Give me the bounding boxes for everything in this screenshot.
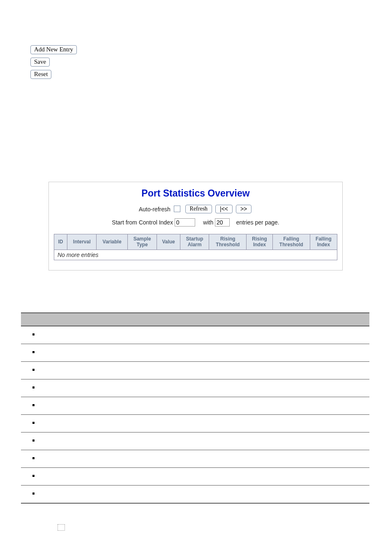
auto-refresh-checkbox[interactable] (174, 206, 180, 212)
param-bullet-cell (21, 414, 113, 432)
param-row (21, 467, 369, 485)
entries-per-page-input[interactable] (215, 218, 230, 227)
bullet-icon (32, 404, 35, 406)
param-row (21, 450, 369, 467)
param-row (21, 414, 369, 432)
col-falling-index: FallingIndex (310, 234, 337, 250)
save-button[interactable]: Save (30, 58, 50, 67)
param-row (21, 485, 369, 503)
controls-row-1: Auto-refresh Refresh |<< >> (54, 205, 337, 213)
bullet-icon (32, 333, 35, 335)
param-bullet-cell (21, 432, 113, 450)
param-desc-cell (113, 379, 369, 397)
param-row (21, 361, 369, 379)
param-bullet-cell (21, 485, 113, 503)
param-col-header-right (113, 313, 369, 326)
port-statistics-overview-panel: Port Statistics Overview Auto-refresh Re… (48, 182, 343, 271)
no-more-entries: No more entries (54, 250, 337, 260)
bullet-icon (32, 369, 35, 371)
param-desc-cell (113, 414, 369, 432)
col-rising-threshold: RisingThreshold (209, 234, 247, 250)
bullet-icon (32, 493, 35, 495)
bullet-icon (32, 475, 35, 477)
param-desc-cell (113, 467, 369, 485)
bullet-icon (32, 386, 35, 388)
param-bullet-cell (21, 467, 113, 485)
panel-title: Port Statistics Overview (54, 188, 337, 199)
param-desc-cell (113, 450, 369, 467)
bullet-icon (32, 457, 35, 459)
bullet-icon (32, 351, 35, 353)
col-id: ID (54, 234, 67, 250)
param-desc-cell (113, 361, 369, 379)
param-desc-cell (113, 397, 369, 414)
param-row (21, 379, 369, 397)
param-row (21, 344, 369, 361)
start-from-input[interactable] (175, 218, 195, 227)
bullet-icon (32, 422, 35, 424)
param-desc-cell (113, 485, 369, 503)
bullet-icon (32, 439, 35, 442)
param-bullet-cell (21, 326, 113, 344)
start-from-label: Start from Control Index (112, 219, 173, 226)
overview-table-header-row: ID Interval Variable SampleType Value St… (54, 234, 337, 250)
controls-row-2: Start from Control Index with entries pe… (54, 218, 337, 227)
checkbox-icon (58, 524, 65, 531)
param-desc-cell (113, 344, 369, 361)
overview-table: ID Interval Variable SampleType Value St… (54, 234, 337, 260)
entries-suffix: entries per page. (236, 219, 279, 226)
refresh-button[interactable]: Refresh (185, 205, 212, 213)
with-label: with (203, 219, 213, 226)
param-bullet-cell (21, 344, 113, 361)
param-bullet-cell (21, 450, 113, 467)
first-page-button[interactable]: |<< (215, 205, 233, 213)
param-col-header-left (21, 313, 113, 326)
param-bullet-cell (21, 397, 113, 414)
col-sample-type: SampleType (127, 234, 157, 250)
param-bullet-cell (21, 379, 113, 397)
col-value: Value (157, 234, 180, 250)
col-interval: Interval (67, 234, 97, 250)
reset-button[interactable]: Reset (30, 70, 51, 79)
auto-refresh-label: Auto-refresh (139, 206, 171, 213)
next-page-button[interactable]: >> (236, 205, 251, 213)
col-rising-index: RisingIndex (247, 234, 273, 250)
add-new-entry-button[interactable]: Add New Entry (30, 45, 77, 54)
param-row (21, 432, 369, 450)
col-startup-alarm: StartupAlarm (180, 234, 209, 250)
param-bullet-cell (21, 361, 113, 379)
param-desc-cell (113, 432, 369, 450)
col-falling-threshold: FallingThreshold (272, 234, 310, 250)
parameter-table (21, 312, 369, 504)
col-variable: Variable (97, 234, 128, 250)
param-row (21, 326, 369, 344)
param-desc-cell (113, 326, 369, 344)
param-row (21, 397, 369, 414)
